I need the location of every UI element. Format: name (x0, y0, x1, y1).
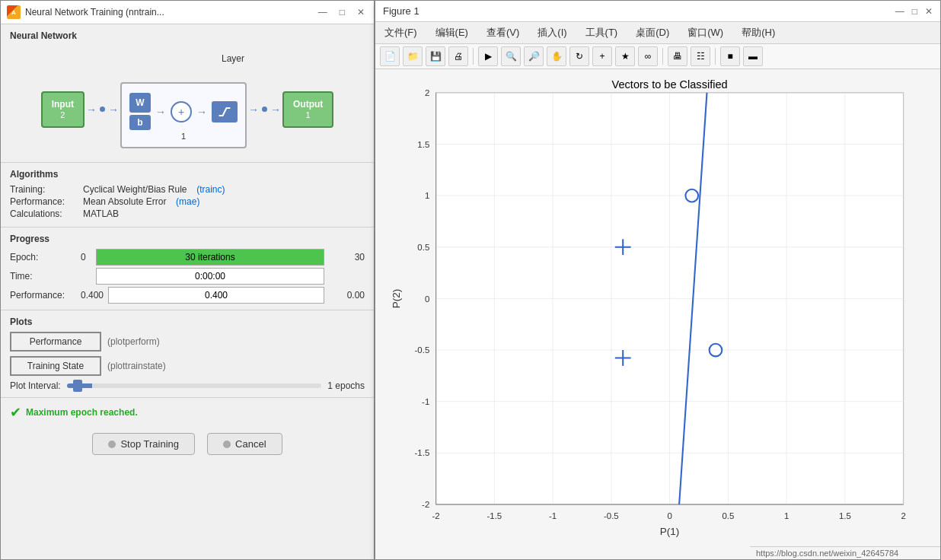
menu-insert[interactable]: 插入(I) (534, 24, 569, 41)
layer-label: Layer (222, 53, 244, 64)
fig-close[interactable]: ✕ (925, 6, 933, 17)
menu-window[interactable]: 窗口(W) (684, 24, 726, 41)
algo-training-value: Cyclical Weight/Bias Rule (83, 184, 192, 195)
tb-rotate[interactable]: ↻ (569, 46, 589, 66)
perf-start: 0.400 (81, 290, 105, 301)
performance-button[interactable]: Performance (10, 332, 101, 352)
fig-statusbar: https://blog.csdn.net/weixin_42645784 (750, 546, 940, 559)
cancel-label: Cancel (235, 438, 266, 450)
progress-grid: Epoch: 0 30 iterations 30 Time: 0:00:00 (10, 249, 365, 304)
perf-end: 0.00 (327, 290, 365, 301)
tb-zoom-in[interactable]: 🔍 (501, 46, 521, 66)
titlebar-controls: ― □ ✕ (315, 7, 368, 18)
svg-text:0.5: 0.5 (722, 511, 734, 520)
tb-save[interactable]: 💾 (426, 46, 445, 66)
cancel-dot (223, 441, 231, 448)
fig-maximize[interactable]: □ (912, 6, 917, 17)
performance-hint: (plotperform) (107, 336, 160, 347)
algo-perf-link[interactable]: (mae) (176, 196, 199, 207)
minimize-button[interactable]: ― (315, 7, 330, 18)
slider-thumb[interactable] (73, 380, 82, 392)
tb-square[interactable]: ■ (720, 46, 740, 66)
menu-tools[interactable]: 工具(T) (582, 24, 621, 41)
input-label: Input (52, 99, 74, 110)
maximize-button[interactable]: □ (337, 7, 348, 18)
algo-training-link[interactable]: (trainc) (196, 184, 225, 195)
svg-text:-1.5: -1.5 (487, 511, 502, 520)
arrow-3: → (155, 106, 166, 118)
tb-cursor[interactable]: ▶ (478, 46, 498, 66)
progress-section: Progress Epoch: 0 30 iterations 30 Time: (1, 228, 374, 310)
fig-menubar: 文件(F) 编辑(E) 查看(V) 插入(I) 工具(T) 桌面(D) 窗口(W… (375, 22, 940, 44)
toolbar-sep-1 (473, 48, 474, 65)
plot-interval-slider[interactable] (67, 383, 322, 388)
plot-row-performance: Performance (plotperform) (10, 332, 365, 352)
time-row: 0:00:00 (81, 268, 324, 285)
tb-grid[interactable]: ☷ (691, 46, 710, 66)
menu-view[interactable]: 查看(V) (483, 24, 522, 41)
training-state-button[interactable]: Training State (10, 356, 101, 376)
nn-training-window: A Neural Network Training (nntrain... ― … (0, 0, 375, 560)
menu-help[interactable]: 帮助(H) (738, 24, 778, 41)
menu-file[interactable]: 文件(F) (381, 24, 420, 41)
epoch-bar: 30 iterations (96, 249, 324, 266)
tb-pan[interactable]: ✋ (547, 46, 566, 66)
matlab-icon: A (7, 5, 21, 19)
bias-box: b (129, 115, 151, 130)
cancel-button[interactable]: Cancel (207, 433, 282, 455)
status-text: Maximum epoch reached. (26, 407, 138, 418)
tb-new[interactable]: 📄 (380, 46, 400, 66)
nn-diagram-row: Input 2 → → W (41, 70, 334, 148)
tb-print[interactable]: 🖨 (448, 46, 468, 66)
chart-container: Vectors to be Classified (383, 77, 933, 544)
menu-edit[interactable]: 编辑(E) (432, 24, 471, 41)
tb-print2[interactable]: 🖶 (668, 46, 687, 66)
figure-window: Figure 1 ― □ ✕ 文件(F) 编辑(E) 查看(V) 插入(I) 工… (375, 0, 941, 560)
svg-text:-2: -2 (422, 500, 429, 509)
algo-perf-value: Mean Absolute Error (83, 196, 171, 207)
perf-bar: 0.400 (108, 287, 324, 304)
fig-minimize[interactable]: ― (895, 6, 904, 17)
algo-row-training: Training: Cyclical Weight/Bias Rule (tra… (10, 184, 365, 195)
stop-training-button[interactable]: Stop Training (92, 433, 195, 455)
svg-text:1: 1 (425, 191, 429, 200)
tb-zoom-out[interactable]: 🔎 (524, 46, 544, 66)
algo-calc-key: Calculations: (10, 208, 78, 219)
svg-text:1.5: 1.5 (839, 511, 851, 520)
time-label: Time: (10, 271, 78, 282)
perf-prog-label: Performance: (10, 290, 78, 301)
close-button[interactable]: ✕ (354, 7, 368, 18)
plots-label: Plots (10, 317, 365, 327)
tb-brush[interactable]: ★ (615, 46, 635, 66)
svg-text:-1: -1 (422, 397, 429, 406)
fig-controls: ― □ ✕ (895, 6, 933, 17)
algorithms-section: Algorithms Training: Cyclical Weight/Bia… (1, 163, 374, 228)
status-row: ✔ Maximum epoch reached. (1, 398, 374, 427)
algo-table: Training: Cyclical Weight/Bias Rule (tra… (10, 184, 365, 219)
time-bar: 0:00:00 (96, 268, 324, 285)
tb-open[interactable]: 📁 (403, 46, 423, 66)
nn-titlebar: A Neural Network Training (nntrain... ― … (1, 1, 374, 24)
output-num: 1 (306, 110, 311, 119)
tb-link[interactable]: ∞ (638, 46, 658, 66)
toolbar-sep-2 (662, 48, 663, 65)
svg-text:-0.5: -0.5 (604, 511, 619, 520)
svg-text:-0.5: -0.5 (415, 345, 430, 355)
y-axis-label: P(2) (391, 289, 402, 309)
stop-dot (108, 441, 116, 448)
arrow-4: → (196, 106, 207, 118)
tb-square2[interactable]: ▬ (743, 46, 763, 66)
algo-calc-value: MATLAB (83, 208, 119, 219)
algo-row-calc: Calculations: MATLAB (10, 208, 365, 219)
x-axis-label: P(1) (660, 526, 680, 537)
algorithms-label: Algorithms (10, 169, 365, 180)
neural-network-section: Neural Network Layer Input 2 → (1, 24, 374, 163)
fig-title: Figure 1 (383, 5, 419, 17)
tb-data-cursor[interactable]: + (592, 46, 612, 66)
menu-desktop[interactable]: 桌面(D) (633, 24, 672, 41)
action-buttons: Stop Training Cancel (1, 427, 374, 464)
fig-toolbar: 📄 📁 💾 🖨 ▶ 🔍 🔎 ✋ ↻ + ★ ∞ 🖶 ☷ ■ ▬ (375, 44, 940, 69)
plot-interval-row: Plot Interval: 1 epochs (10, 380, 365, 391)
arrow-6: → (270, 103, 281, 116)
perf-bar-text: 0.400 (205, 290, 228, 301)
